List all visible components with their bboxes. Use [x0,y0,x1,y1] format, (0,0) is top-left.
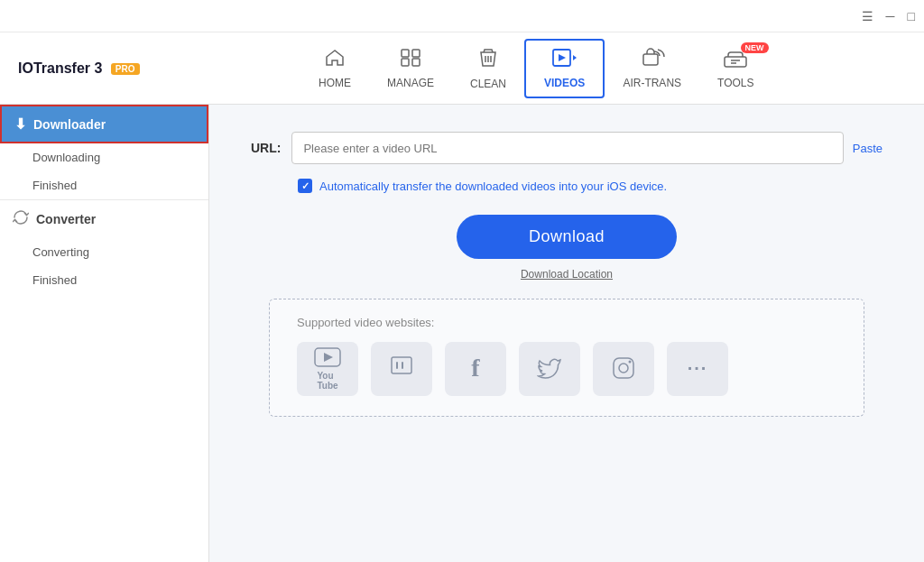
clean-icon [477,47,499,74]
url-input-wrap [291,132,843,164]
auto-transfer-checkbox[interactable] [298,179,312,193]
converting-label: Converting [32,245,89,259]
site-icon-facebook[interactable]: f [445,342,506,396]
sidebar-item-converter[interactable]: Converter [0,200,208,238]
svg-rect-0 [402,50,409,57]
sidebar: ⬇ Downloader Downloading Finished Conver… [0,105,209,562]
site-icon-more[interactable]: ··· [667,342,728,396]
download-location-link[interactable]: Download Location [521,268,613,281]
svg-rect-7 [643,54,658,65]
downloading-label: Downloading [32,151,100,164]
finished-conv-label: Finished [32,273,77,287]
nav-clean[interactable]: CLEAN [452,40,524,97]
nav-manage[interactable]: MANAGE [369,41,452,97]
menu-button[interactable]: ☰ [862,9,873,23]
svg-rect-2 [402,59,409,66]
sidebar-item-finished-conv[interactable]: Finished [0,266,208,294]
download-icon: ⬇ [14,115,26,133]
sidebar-item-finished-dl[interactable]: Finished [0,171,208,199]
air-trans-icon [640,48,665,73]
manage-icon [400,48,421,73]
sidebar-item-downloading[interactable]: Downloading [0,143,208,171]
supported-icons-row: YouTube f ·· [297,342,836,396]
window-controls[interactable]: ☰ ─ □ [862,9,915,23]
nav-videos[interactable]: VIDEOS [524,39,605,98]
tools-new-badge: NEW [741,42,769,53]
finished-dl-label: Finished [32,179,77,192]
svg-rect-8 [725,57,746,67]
supported-sites-title: Supported video websites: [297,316,836,329]
home-icon [324,48,346,73]
pro-badge: PRO [111,63,140,75]
sidebar-item-converting[interactable]: Converting [0,238,208,266]
logo-text: IOTransfer 3 [18,60,102,76]
titlebar: ☰ ─ □ [0,0,924,32]
maximize-button[interactable]: □ [908,9,915,23]
svg-point-13 [619,364,628,373]
svg-marker-5 [573,55,577,60]
svg-rect-1 [412,50,420,57]
url-input[interactable] [291,132,843,164]
app-logo: IOTransfer 3 PRO [18,60,140,77]
download-button[interactable]: Download [457,215,677,259]
videos-icon [552,48,578,73]
site-icon-youtube[interactable]: YouTube [297,342,358,396]
site-icon-instagram[interactable] [593,342,654,396]
svg-point-14 [629,361,632,364]
auto-transfer-label: Automatically transfer the downloaded vi… [319,180,667,193]
sidebar-item-downloader[interactable]: ⬇ Downloader [0,105,208,143]
checkbox-row: Automatically transfer the downloaded vi… [251,179,882,193]
site-icon-twitch[interactable] [371,342,432,396]
header: IOTransfer 3 PRO HOME MANAGE CLEAN [0,32,924,105]
supported-sites-box: Supported video websites: YouTube f [269,299,864,417]
main-nav: HOME MANAGE CLEAN VIDEOS [167,39,907,98]
content-area: URL: Paste Automatically transfer the do… [209,105,924,562]
svg-marker-10 [324,353,333,362]
url-label: URL: [251,141,281,155]
main-layout: ⬇ Downloader Downloading Finished Conver… [0,105,924,562]
converter-label: Converter [36,212,96,226]
url-row: URL: Paste [251,132,882,164]
downloader-label: Downloader [33,117,106,132]
converter-icon [13,209,29,229]
minimize-button[interactable]: ─ [886,9,895,23]
nav-home[interactable]: HOME [300,41,369,97]
paste-button[interactable]: Paste [853,142,882,155]
nav-air-trans[interactable]: AIR-TRANS [605,41,699,97]
nav-tools[interactable]: NEW TOOLS [699,41,772,97]
svg-marker-6 [559,54,566,61]
svg-rect-3 [412,59,420,66]
site-icon-twitter[interactable] [519,342,580,396]
